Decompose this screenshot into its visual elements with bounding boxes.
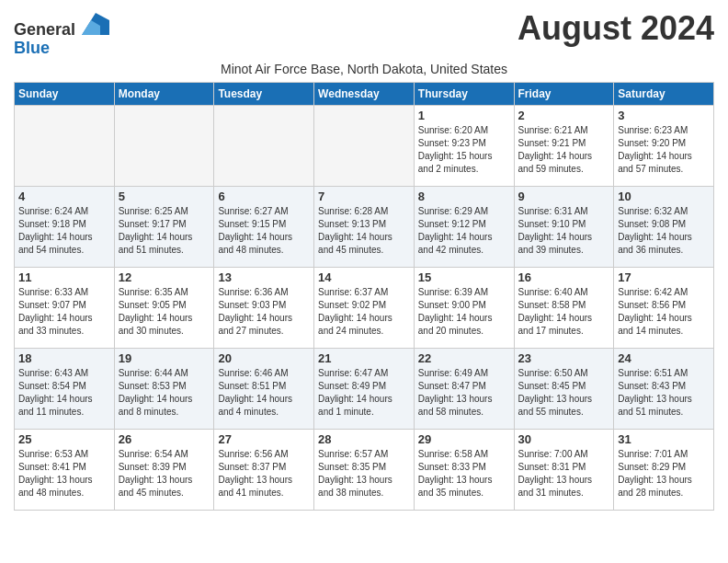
day-info: Sunrise: 6:44 AM Sunset: 8:53 PM Dayligh… [119,367,210,419]
calendar-cell: 10Sunrise: 6:32 AM Sunset: 9:08 PM Dayli… [614,186,714,267]
day-info: Sunrise: 6:35 AM Sunset: 9:05 PM Dayligh… [119,286,210,338]
day-info: Sunrise: 7:00 AM Sunset: 8:31 PM Dayligh… [518,448,610,500]
logo-blue: Blue [14,39,50,57]
calendar-header-row: SundayMondayTuesdayWednesdayThursdayFrid… [15,82,714,105]
day-info: Sunrise: 6:24 AM Sunset: 9:18 PM Dayligh… [18,205,110,257]
day-info: Sunrise: 6:27 AM Sunset: 9:15 PM Dayligh… [218,205,310,257]
logo: General Blue [14,13,109,58]
column-header-monday: Monday [114,82,214,105]
calendar-cell: 13Sunrise: 6:36 AM Sunset: 9:03 PM Dayli… [214,267,314,348]
calendar-cell: 19Sunrise: 6:44 AM Sunset: 8:53 PM Dayli… [114,348,214,429]
calendar-cell: 27Sunrise: 6:56 AM Sunset: 8:37 PM Dayli… [214,429,314,510]
calendar-cell: 6Sunrise: 6:27 AM Sunset: 9:15 PM Daylig… [214,186,314,267]
calendar-cell: 31Sunrise: 7:01 AM Sunset: 8:29 PM Dayli… [614,429,714,510]
day-number: 16 [518,270,610,284]
day-info: Sunrise: 6:51 AM Sunset: 8:43 PM Dayligh… [618,367,710,419]
day-info: Sunrise: 6:56 AM Sunset: 8:37 PM Dayligh… [218,448,310,500]
calendar: SundayMondayTuesdayWednesdayThursdayFrid… [14,82,714,511]
day-info: Sunrise: 6:32 AM Sunset: 9:08 PM Dayligh… [618,205,710,257]
calendar-cell: 28Sunrise: 6:57 AM Sunset: 8:35 PM Dayli… [314,429,415,510]
day-info: Sunrise: 6:28 AM Sunset: 9:13 PM Dayligh… [318,205,410,257]
day-number: 10 [618,190,710,203]
calendar-cell: 16Sunrise: 6:40 AM Sunset: 8:58 PM Dayli… [514,267,614,348]
day-number: 11 [18,270,110,284]
calendar-cell: 25Sunrise: 6:53 AM Sunset: 8:41 PM Dayli… [15,429,115,510]
day-number: 3 [618,109,710,122]
calendar-cell: 7Sunrise: 6:28 AM Sunset: 9:13 PM Daylig… [314,186,415,267]
calendar-cell: 23Sunrise: 6:50 AM Sunset: 8:45 PM Dayli… [514,348,614,429]
day-info: Sunrise: 6:39 AM Sunset: 9:00 PM Dayligh… [418,286,510,338]
day-info: Sunrise: 6:43 AM Sunset: 8:54 PM Dayligh… [18,367,110,419]
day-number: 18 [18,351,110,365]
day-number: 24 [618,351,710,365]
day-info: Sunrise: 6:40 AM Sunset: 8:58 PM Dayligh… [518,286,610,338]
calendar-cell: 26Sunrise: 6:54 AM Sunset: 8:39 PM Dayli… [114,429,214,510]
logo-general: General [14,20,75,39]
calendar-cell: 15Sunrise: 6:39 AM Sunset: 9:00 PM Dayli… [414,267,514,348]
day-number: 19 [119,351,210,365]
day-number: 9 [518,190,610,203]
day-number: 4 [18,190,110,203]
day-number: 29 [418,432,510,446]
day-info: Sunrise: 6:46 AM Sunset: 8:51 PM Dayligh… [218,367,310,419]
subtitle: Minot Air Force Base, North Dakota, Unit… [14,62,714,76]
calendar-cell: 30Sunrise: 7:00 AM Sunset: 8:31 PM Dayli… [514,429,614,510]
calendar-cell: 14Sunrise: 6:37 AM Sunset: 9:02 PM Dayli… [314,267,415,348]
calendar-cell [214,105,314,186]
day-info: Sunrise: 6:47 AM Sunset: 8:49 PM Dayligh… [318,367,410,419]
calendar-cell: 29Sunrise: 6:58 AM Sunset: 8:33 PM Dayli… [414,429,514,510]
calendar-cell: 17Sunrise: 6:42 AM Sunset: 8:56 PM Dayli… [614,267,714,348]
calendar-cell [314,105,415,186]
calendar-cell: 1Sunrise: 6:20 AM Sunset: 9:23 PM Daylig… [414,105,514,186]
calendar-cell [15,105,115,186]
day-info: Sunrise: 6:20 AM Sunset: 9:23 PM Dayligh… [418,124,510,176]
day-info: Sunrise: 6:53 AM Sunset: 8:41 PM Dayligh… [18,448,110,500]
month-title: August 2024 [518,9,714,48]
day-info: Sunrise: 6:29 AM Sunset: 9:12 PM Dayligh… [418,205,510,257]
day-number: 6 [218,190,310,203]
day-info: Sunrise: 6:37 AM Sunset: 9:02 PM Dayligh… [318,286,410,338]
day-info: Sunrise: 6:21 AM Sunset: 9:21 PM Dayligh… [518,124,610,176]
day-number: 30 [518,432,610,446]
day-number: 5 [119,190,210,203]
day-info: Sunrise: 6:50 AM Sunset: 8:45 PM Dayligh… [518,367,610,419]
day-info: Sunrise: 6:57 AM Sunset: 8:35 PM Dayligh… [318,448,410,500]
week-row-1: 4Sunrise: 6:24 AM Sunset: 9:18 PM Daylig… [15,186,714,267]
day-number: 1 [418,109,510,122]
calendar-cell: 4Sunrise: 6:24 AM Sunset: 9:18 PM Daylig… [15,186,115,267]
day-info: Sunrise: 6:33 AM Sunset: 9:07 PM Dayligh… [18,286,110,338]
day-info: Sunrise: 6:54 AM Sunset: 8:39 PM Dayligh… [119,448,210,500]
day-number: 17 [618,270,710,284]
day-number: 23 [518,351,610,365]
day-number: 26 [119,432,210,446]
day-number: 31 [618,432,710,446]
week-row-3: 18Sunrise: 6:43 AM Sunset: 8:54 PM Dayli… [15,348,714,429]
column-header-tuesday: Tuesday [214,82,314,105]
column-header-thursday: Thursday [414,82,514,105]
day-info: Sunrise: 6:42 AM Sunset: 8:56 PM Dayligh… [618,286,710,338]
calendar-cell: 21Sunrise: 6:47 AM Sunset: 8:49 PM Dayli… [314,348,415,429]
calendar-cell: 12Sunrise: 6:35 AM Sunset: 9:05 PM Dayli… [114,267,214,348]
calendar-cell: 2Sunrise: 6:21 AM Sunset: 9:21 PM Daylig… [514,105,614,186]
calendar-cell: 22Sunrise: 6:49 AM Sunset: 8:47 PM Dayli… [414,348,514,429]
header: General Blue August 2024 [14,9,714,58]
day-number: 28 [318,432,410,446]
day-number: 25 [18,432,110,446]
day-number: 22 [418,351,510,365]
calendar-cell [114,105,214,186]
day-number: 15 [418,270,510,284]
week-row-4: 25Sunrise: 6:53 AM Sunset: 8:41 PM Dayli… [15,429,714,510]
calendar-cell: 5Sunrise: 6:25 AM Sunset: 9:17 PM Daylig… [114,186,214,267]
calendar-cell: 3Sunrise: 6:23 AM Sunset: 9:20 PM Daylig… [614,105,714,186]
day-info: Sunrise: 6:25 AM Sunset: 9:17 PM Dayligh… [119,205,210,257]
day-number: 27 [218,432,310,446]
day-number: 13 [218,270,310,284]
day-number: 7 [318,190,410,203]
day-info: Sunrise: 6:31 AM Sunset: 9:10 PM Dayligh… [518,205,610,257]
day-number: 21 [318,351,410,365]
logo-icon [82,13,109,35]
column-header-friday: Friday [514,82,614,105]
day-number: 2 [518,109,610,122]
day-number: 12 [119,270,210,284]
day-info: Sunrise: 6:23 AM Sunset: 9:20 PM Dayligh… [618,124,710,176]
